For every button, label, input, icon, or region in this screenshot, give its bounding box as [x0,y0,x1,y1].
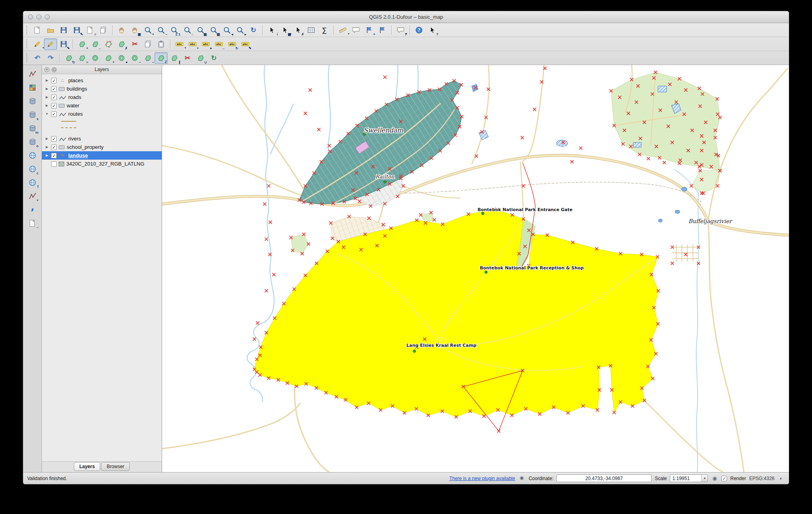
layer-checkbox[interactable]: ✓ [51,86,57,92]
split-features[interactable]: ✂ [181,52,194,64]
layer-checkbox[interactable]: ✓ [51,78,57,83]
layer-item-places[interactable]: ▶✓∴places [42,76,162,85]
add-oracle-layer[interactable]: o [26,136,39,148]
whats-this[interactable]: ? [426,24,439,36]
add-spatialite-layer[interactable]: s [26,109,39,121]
zoom-native[interactable]: 1:1 [168,24,181,36]
save-layer-edits[interactable]: ✎ [57,38,70,50]
layer-checkbox[interactable]: ✓ [51,153,57,158]
show-bookmarks[interactable] [376,24,389,36]
expand-arrow-icon[interactable]: ▶ [45,79,49,82]
toolbar-handle[interactable] [26,53,29,62]
map-canvas[interactable]: ? abc , [162,65,789,472]
coordinate-input[interactable]: 20.4733,-34.0967 [557,474,652,482]
add-feature[interactable]: + [75,38,89,50]
toolbar-handle[interactable] [26,40,29,48]
zoom-in[interactable]: + [141,24,154,36]
labeling-options[interactable]: ▾ [173,38,186,50]
layer-item-routes[interactable]: ▼✓routes [42,110,162,118]
close-button[interactable] [28,14,33,20]
scale-magnifier-icon[interactable]: ◉ [711,475,718,482]
add-delimited-text-layer[interactable] [26,204,39,215]
tab-browser[interactable]: Browser [101,462,130,471]
zoom-full[interactable]: ⌂ [181,24,194,36]
change-label[interactable]: ✎ [239,38,252,50]
cut-features[interactable]: ✂ [128,38,141,50]
layer-checkbox[interactable]: ✓ [51,111,57,117]
layer-item-rivers[interactable]: ▶✓rivers [42,134,162,143]
pin-unpin-labels[interactable]: + [186,38,199,50]
offset-curve[interactable]: ∥ [168,52,181,64]
new-bookmark[interactable]: + [362,24,376,36]
layer-item-landuse[interactable]: ▶✓✎landuse [42,151,162,160]
expand-arrow-icon[interactable]: ▶ [45,87,49,91]
current-edits[interactable]: ▾ [31,38,44,50]
remove-layer[interactable]: − [26,217,39,229]
zoom-out[interactable]: − [154,24,168,36]
titlebar[interactable]: QGIS 2.0.1-Dufour – basic_map [23,11,789,23]
measure[interactable]: ▾ [336,24,349,36]
add-postgis-layer[interactable] [26,95,39,107]
expand-arrow-icon[interactable]: ▶ [45,95,49,99]
deselect-features[interactable]: ✗ [291,24,305,36]
layer-item-3420C_2010_327_RGB_LATLNG[interactable]: 3420C_2010_327_RGB_LATLNG [42,160,162,168]
delete-selected[interactable]: ✗ [115,38,128,50]
fill-ring[interactable]: ● [115,52,128,64]
layer-item-water[interactable]: ▶✓water [42,101,162,110]
refresh-map[interactable]: ↻ [247,24,260,36]
rotate-point-symbols[interactable]: ↻ [207,52,220,64]
layer-checkbox[interactable]: ✓ [51,103,57,109]
redo[interactable]: ↷ [44,52,57,64]
toggle-editing[interactable] [44,38,57,50]
add-ring[interactable] [89,52,102,64]
scale-combo[interactable]: 1:19951 ▼ [670,474,708,482]
rotate-feature[interactable]: ↻ [62,52,75,64]
zoom-next[interactable]: ▸ [234,24,247,36]
move-feature[interactable]: ↔ [89,38,102,50]
save-project[interactable] [57,24,70,36]
crs-status-icon[interactable]: ◐ [778,475,785,482]
delete-ring[interactable]: − [128,52,141,64]
render-checkbox[interactable]: ✓ [721,476,727,481]
add-part[interactable]: + [102,52,115,64]
panel-float-icon[interactable]: ◱ [51,67,57,72]
add-wfs-layer[interactable]: f [26,177,39,188]
text-annotation[interactable]: T▾ [394,24,407,36]
layer-item-buildings[interactable]: ▶✓buildings [42,85,162,93]
add-mssql-layer[interactable]: m [26,123,39,134]
layer-item-roads[interactable]: ▶✓roads [42,93,162,101]
toolbar-handle[interactable] [26,26,29,34]
zoom-last[interactable]: ◂ [220,24,234,36]
open-attribute-table[interactable] [305,24,318,36]
simplify-feature[interactable]: ≈ [75,52,89,64]
new-shapefile-layer[interactable]: + [26,190,39,202]
layer-item-school_property[interactable]: ▶✓school_property [42,143,162,151]
new-project[interactable] [31,24,44,36]
merge-features[interactable]: ∪ [194,52,207,64]
zoom-to-selection[interactable]: ▣ [194,24,207,36]
pan-map[interactable] [115,24,128,36]
minimize-button[interactable] [36,14,42,20]
select-features[interactable]: ▦▾ [278,24,291,36]
expand-arrow-icon[interactable]: ▶ [45,137,49,140]
zoom-to-layer[interactable]: ▤ [207,24,220,36]
expand-arrow-icon[interactable]: ▼ [45,112,49,116]
copy-features[interactable] [141,38,154,50]
add-raster-layer[interactable] [26,82,39,93]
layer-checkbox[interactable] [51,161,57,167]
expand-arrow-icon[interactable]: ▶ [45,145,49,149]
reshape-features[interactable]: Z [154,52,168,64]
help-contents[interactable] [412,24,426,36]
zoom-button[interactable] [45,14,50,20]
highlight-pinned-labels[interactable]: ● [199,38,212,50]
field-calculator[interactable]: ∑ [318,24,331,36]
add-wms-layer[interactable] [26,150,39,161]
node-tool[interactable] [102,38,115,50]
identify-features[interactable]: i [265,24,278,36]
pan-to-selection[interactable]: ▣ [128,24,141,36]
layer-checkbox[interactable]: ✓ [51,144,57,150]
add-vector-layer[interactable] [26,68,39,80]
map-tips[interactable] [349,24,362,36]
plugin-icon[interactable]: ✱ [518,475,525,482]
plugin-link[interactable]: There is a new plugin available [449,476,515,481]
